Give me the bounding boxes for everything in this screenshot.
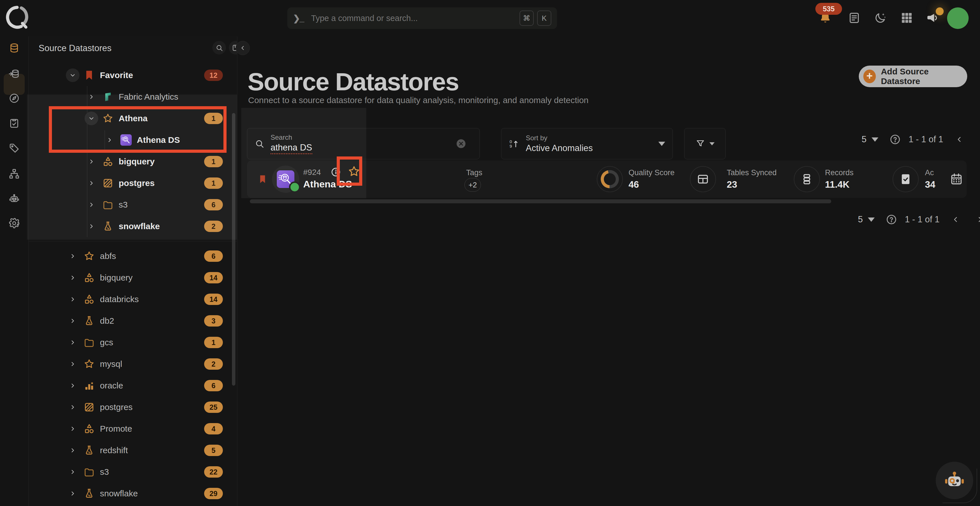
chevron-right-icon[interactable] — [66, 444, 80, 457]
sidebar-item-postgres[interactable]: postgres25 — [29, 396, 237, 418]
datastore-search-input[interactable]: Search athena DS — [247, 128, 480, 159]
quality-score-ring — [601, 170, 619, 188]
sidebar-item-s3[interactable]: s322 — [29, 461, 237, 483]
help-icon[interactable] — [889, 134, 901, 145]
sidebar-item-oracle[interactable]: oracle6 — [29, 375, 237, 396]
sidebar-item-favorite[interactable]: Favorite12 — [29, 64, 237, 86]
chevron-right-icon[interactable] — [66, 249, 80, 263]
sort-by-dropdown[interactable]: 09 Sort by Active Anomalies — [501, 128, 673, 159]
chevron-down-icon[interactable] — [872, 137, 878, 142]
app-logo-icon[interactable] — [6, 4, 31, 30]
tree-panel-title: Source Datastores — [38, 43, 111, 53]
quality-score-label: Quality Score — [628, 169, 675, 177]
sidebar-item-db2[interactable]: db23 — [29, 310, 237, 332]
chevron-down-icon[interactable] — [868, 218, 875, 222]
next-page-button[interactable] — [975, 215, 980, 224]
chevron-right-icon[interactable] — [66, 422, 80, 436]
check-document-icon — [899, 173, 912, 186]
tree-divider — [29, 237, 237, 245]
datastore-name[interactable]: Athena DS — [303, 178, 352, 190]
chevron-right-icon[interactable] — [66, 336, 80, 349]
tree-guide-line — [105, 130, 105, 151]
calendar-icon[interactable] — [950, 172, 963, 186]
count-badge: 3 — [204, 315, 223, 326]
striped-icon — [102, 177, 113, 189]
sidebar-item-abfs[interactable]: abfs6 — [29, 245, 237, 267]
apps-grid-icon[interactable] — [900, 11, 913, 24]
chevron-right-icon[interactable] — [66, 465, 80, 479]
filter-dropdown[interactable] — [684, 128, 725, 159]
star-icon — [102, 113, 113, 124]
chevron-right-icon[interactable] — [66, 400, 80, 414]
datastore-tree: Favorite12Fabric AnalyticsAthena1Athena … — [29, 64, 237, 504]
sidebar-item-fabric-analytics[interactable]: Fabric Analytics — [29, 86, 237, 108]
chevron-right-icon[interactable] — [66, 314, 80, 328]
sidebar-item-redshift[interactable]: redshift5 — [29, 439, 237, 461]
chevron-right-icon[interactable] — [66, 293, 80, 306]
sidebar-item-mysql[interactable]: mysql2 — [29, 353, 237, 375]
next-page-button[interactable] — [979, 135, 980, 144]
tags-count-pill[interactable]: +2 — [465, 178, 481, 192]
search-label: Search — [270, 134, 456, 142]
shapes-icon — [102, 156, 113, 167]
pagination-range: 1 - 1 of 1 — [908, 134, 943, 145]
sidebar-item-gcs[interactable]: gcs1 — [29, 332, 237, 353]
count-badge: 5 — [204, 445, 223, 456]
user-avatar[interactable] — [947, 7, 969, 29]
chevron-right-icon[interactable] — [66, 357, 80, 371]
clear-search-button[interactable] — [456, 139, 466, 148]
tree-scrollbar[interactable] — [232, 113, 235, 386]
rail-explore-icon[interactable] — [8, 92, 20, 104]
chevron-right-icon[interactable] — [66, 379, 80, 392]
page-subtitle: Connect to a source datastore for data q… — [248, 95, 589, 105]
info-icon[interactable] — [331, 167, 341, 177]
flask-icon — [102, 221, 113, 232]
add-source-datastore-button[interactable]: + Add Source Datastore — [859, 65, 967, 87]
fabric-icon — [102, 91, 113, 102]
per-page-value[interactable]: 5 — [862, 134, 867, 145]
rail-enrichment-datastores-icon[interactable] — [8, 68, 20, 80]
sidebar-item-label: Athena DS — [137, 135, 223, 145]
previous-page-button[interactable] — [951, 215, 960, 224]
chevron-right-icon[interactable] — [66, 271, 80, 285]
per-page-value[interactable]: 5 — [858, 214, 863, 224]
sidebar-item-label: mysql — [100, 359, 204, 369]
rail-tags-icon[interactable] — [8, 143, 20, 154]
collapse-panel-button[interactable] — [235, 41, 250, 55]
sidebar-item-label: bigquery — [119, 157, 204, 166]
sidebar-item-label: s3 — [100, 467, 204, 477]
sidebar-item-label: Favorite — [100, 70, 204, 80]
changelog-icon[interactable] — [848, 11, 861, 24]
tree-search-button[interactable] — [212, 41, 226, 54]
sidebar-item-databricks[interactable]: databricks14 — [29, 288, 237, 310]
sidebar-item-bigquery[interactable]: bigquery1 — [29, 151, 237, 172]
sidebar-item-postgres[interactable]: postgres1 — [29, 172, 237, 194]
rail-lineage-icon[interactable] — [8, 168, 20, 180]
bookmark-icon[interactable] — [258, 173, 267, 185]
assistant-chat-button[interactable] — [936, 462, 973, 499]
chevron-down-icon[interactable] — [66, 68, 80, 82]
rail-settings-icon[interactable] — [8, 218, 20, 229]
count-badge: 6 — [204, 380, 223, 391]
rail-source-datastores-icon[interactable] — [8, 42, 20, 54]
sidebar-item-snowflake[interactable]: snowflake2 — [29, 215, 237, 237]
svg-text:0: 0 — [509, 139, 512, 144]
sidebar-item-bigquery[interactable]: bigquery14 — [29, 267, 237, 288]
sidebar-item-promote[interactable]: Promote4 — [29, 418, 237, 439]
favorite-star-icon[interactable] — [347, 165, 361, 178]
rail-assistant-icon[interactable] — [8, 193, 20, 204]
chevron-right-icon[interactable] — [66, 487, 80, 500]
sidebar-item-snowflake[interactable]: snowflake29 — [29, 483, 237, 504]
previous-page-button[interactable] — [955, 135, 964, 144]
sidebar-item-athena-ds[interactable]: Athena DS — [29, 129, 237, 151]
shapes-icon — [83, 423, 95, 434]
help-icon[interactable] — [886, 213, 897, 226]
sidebar-item-s3[interactable]: s36 — [29, 194, 237, 215]
dark-mode-moon-icon[interactable] — [874, 11, 887, 24]
command-search-bar[interactable]: ❯_ Type a command or search... ⌘ K — [287, 7, 557, 29]
sidebar-item-athena[interactable]: Athena1 — [29, 108, 237, 129]
datastore-row[interactable]: #924 Athena DS Tags +2 Quality Score 46 … — [247, 161, 967, 198]
rail-checks-icon[interactable] — [8, 118, 20, 129]
horizontal-scrollbar[interactable] — [250, 199, 831, 203]
count-badge: 22 — [204, 466, 223, 477]
